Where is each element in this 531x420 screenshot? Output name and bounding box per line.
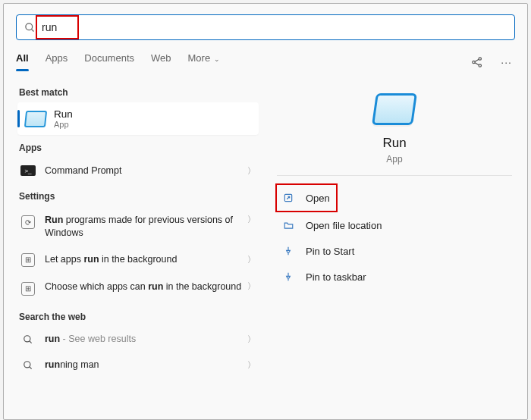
detail-subtitle: App — [277, 154, 512, 165]
chevron-down-icon: ⌄ — [212, 55, 220, 63]
result-label: Let apps run in the background — [45, 253, 243, 266]
run-icon — [372, 93, 417, 125]
svg-point-9 — [24, 362, 30, 368]
best-match-subtitle: App — [54, 120, 73, 129]
chevron-right-icon: 〉 — [247, 214, 256, 225]
result-setting-choose-apps[interactable]: ⊞ Choose which apps can run in the backg… — [17, 273, 259, 304]
action-label: Open file location — [306, 220, 382, 231]
search-input[interactable] — [42, 15, 511, 39]
setting-icon: ⊞ — [21, 253, 35, 267]
result-label: running man — [45, 359, 243, 371]
svg-point-0 — [26, 23, 33, 30]
action-open-file-location[interactable]: Open file location — [277, 212, 512, 238]
run-icon — [24, 111, 47, 127]
setting-icon: ⟳ — [21, 215, 35, 229]
pin-icon — [281, 244, 295, 258]
action-pin-to-taskbar[interactable]: Pin to taskbar — [277, 264, 512, 290]
result-label: Run programs made for previous versions … — [45, 214, 243, 240]
results-list: Best match Run App Apps >_ Command Promp… — [4, 77, 265, 378]
result-label: Choose which apps can run in the backgro… — [45, 281, 243, 293]
actions-list: Open Open file location Pin to Start Pin… — [277, 176, 512, 290]
pin-icon — [281, 270, 295, 284]
detail-hero: Run App — [277, 78, 512, 176]
chevron-right-icon: 〉 — [247, 165, 256, 177]
result-web-running-man[interactable]: running man 〉 — [17, 353, 259, 378]
result-setting-background[interactable]: ⊞ Let apps run in the background 〉 — [17, 247, 259, 273]
section-apps: Apps — [19, 143, 259, 153]
result-label: run - See web results — [45, 333, 243, 346]
tab-web[interactable]: Web — [151, 52, 171, 71]
tabs-row: All Apps Documents Web More ⌄ ··· — [4, 46, 527, 72]
folder-icon — [281, 218, 295, 232]
toolbar-right: ··· — [467, 54, 515, 71]
svg-line-10 — [30, 367, 32, 369]
tab-more[interactable]: More ⌄ — [188, 52, 220, 71]
setting-icon: ⊞ — [21, 282, 35, 296]
share-icon[interactable] — [467, 54, 487, 71]
result-label: Command Prompt — [45, 165, 243, 177]
best-match-title: Run — [54, 108, 73, 120]
open-icon — [281, 191, 295, 205]
svg-line-8 — [30, 341, 32, 343]
svg-line-1 — [31, 29, 33, 31]
search-icon — [24, 22, 36, 33]
svg-line-5 — [475, 59, 479, 61]
search-icon — [23, 334, 33, 345]
tabs: All Apps Documents Web More ⌄ — [16, 52, 220, 71]
search-box[interactable] — [16, 14, 515, 40]
section-best-match: Best match — [19, 87, 259, 98]
action-pin-to-start[interactable]: Pin to Start — [277, 238, 512, 264]
result-command-prompt[interactable]: >_ Command Prompt 〉 — [17, 158, 259, 183]
result-web-run[interactable]: run - See web results 〉 — [17, 327, 259, 353]
search-window: All Apps Documents Web More ⌄ ··· Best m… — [3, 3, 528, 420]
action-label: Open — [306, 193, 330, 204]
tab-documents[interactable]: Documents — [84, 52, 134, 71]
overflow-menu-icon[interactable]: ··· — [498, 55, 515, 70]
command-prompt-icon: >_ — [20, 165, 36, 176]
chevron-right-icon: 〉 — [247, 334, 256, 345]
section-search-web: Search the web — [19, 312, 259, 322]
tab-apps[interactable]: Apps — [46, 52, 68, 71]
content: Best match Run App Apps >_ Command Promp… — [4, 72, 527, 378]
tab-all[interactable]: All — [16, 52, 29, 71]
chevron-right-icon: 〉 — [247, 254, 256, 265]
search-bar-wrap — [4, 4, 527, 46]
svg-line-6 — [475, 62, 479, 64]
svg-point-3 — [479, 57, 481, 59]
svg-point-7 — [24, 336, 30, 342]
chevron-right-icon: 〉 — [247, 281, 256, 292]
chevron-right-icon: 〉 — [247, 359, 256, 371]
action-open[interactable]: Open — [275, 183, 338, 212]
section-settings: Settings — [19, 191, 259, 202]
svg-point-2 — [473, 61, 475, 63]
search-icon — [23, 360, 33, 371]
action-label: Pin to Start — [306, 246, 354, 257]
detail-title: Run — [277, 136, 512, 151]
detail-panel: Run App Open Open file location Pin to S… — [265, 77, 527, 378]
best-match-item[interactable]: Run App — [17, 102, 259, 135]
svg-point-4 — [479, 64, 481, 66]
result-setting-compat[interactable]: ⟳ Run programs made for previous version… — [17, 206, 259, 247]
action-label: Pin to taskbar — [306, 271, 366, 283]
